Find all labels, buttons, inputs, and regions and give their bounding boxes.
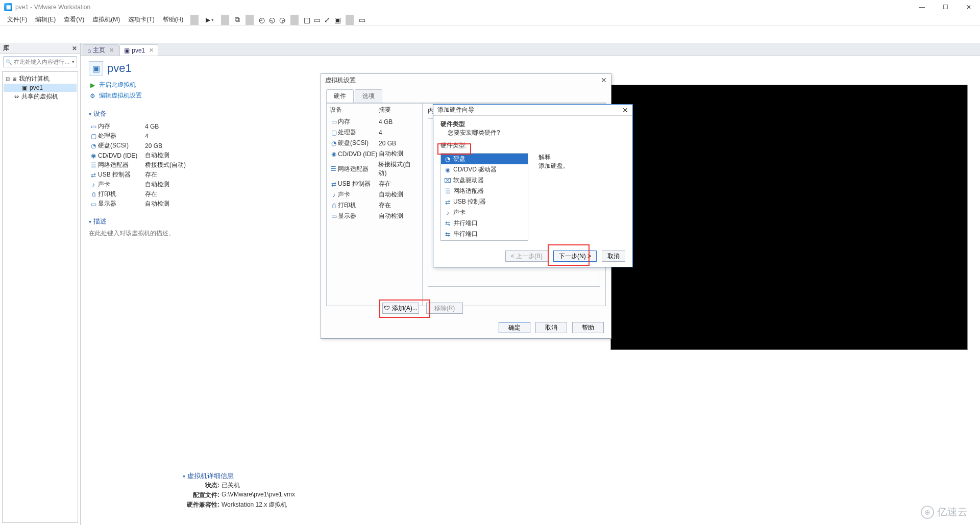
library-search[interactable]: 在此处键入内容进行… xyxy=(3,56,77,67)
dialog-close-icon[interactable]: ✕ xyxy=(601,76,607,84)
help-button[interactable]: 帮助 xyxy=(572,322,604,333)
gear-icon: ⚙ xyxy=(89,92,96,99)
separator xyxy=(221,15,229,25)
tab-pve1[interactable]: ▣ pve1 ✕ xyxy=(119,44,158,56)
wizard-back-button: < 上一步(B) xyxy=(505,251,548,262)
hardware-type-list[interactable]: ◔硬盘◉CD/DVD 驱动器⌧软盘驱动器☰网络适配器⇄USB 控制器♪声卡⇆并行… xyxy=(440,153,528,241)
view-single-icon[interactable]: ▭ xyxy=(312,15,322,25)
vm-icon: ▣ xyxy=(124,47,130,54)
thumbnail-icon[interactable]: ▭ xyxy=(357,15,367,25)
hardware-type-item[interactable]: ◔硬盘 xyxy=(441,154,528,164)
vm-large-icon: ▣ xyxy=(89,61,103,76)
vm-details: 虚拟机详细信息 状态:已关机 配置文件:G:\VMware\pve1\pve1.… xyxy=(183,471,295,510)
unity-icon[interactable]: ▣ xyxy=(332,15,342,25)
dialog-titlebar[interactable]: 虚拟机设置 ✕ xyxy=(321,74,611,86)
add-hardware-button[interactable]: 🛡 添加(A)... xyxy=(382,303,419,314)
menu-file[interactable]: 文件(F) xyxy=(3,14,31,25)
settings-device-row[interactable]: ⎙打印机存在 xyxy=(327,200,422,211)
wizard-subheading: 您要安装哪类硬件? xyxy=(448,129,500,136)
hw-type-icon: ⌧ xyxy=(444,177,451,184)
library-close-icon[interactable]: ✕ xyxy=(72,45,77,52)
wizard-titlebar[interactable]: 添加硬件向导 ✕ xyxy=(433,105,632,116)
hw-type-icon: ◔ xyxy=(444,156,451,163)
hardware-type-item[interactable]: ♪声卡 xyxy=(441,207,528,218)
app-icon: ▣ xyxy=(4,3,12,11)
search-placeholder: 在此处键入内容进行… xyxy=(14,58,70,66)
hw-type-icon: ☰ xyxy=(444,188,451,195)
maximize-button[interactable]: ☐ xyxy=(938,4,952,11)
close-button[interactable]: ✕ xyxy=(962,4,976,11)
settings-device-row[interactable]: ▭显示器自动检测 xyxy=(327,211,422,221)
fullscreen-icon[interactable]: ⤢ xyxy=(322,15,332,25)
settings-device-row[interactable]: ◔硬盘(SCSI)20 GB xyxy=(327,138,422,148)
play-icon: ▶ xyxy=(89,82,96,89)
separator xyxy=(190,15,199,25)
tab-home[interactable]: ⌂ 主页 ✕ xyxy=(83,44,118,56)
settings-tab-hardware[interactable]: 硬件 xyxy=(326,89,354,103)
details-header[interactable]: 虚拟机详细信息 xyxy=(183,471,295,481)
menu-view[interactable]: 查看(V) xyxy=(60,14,88,25)
settings-device-row[interactable]: ◉CD/DVD (IDE)自动检测 xyxy=(327,148,422,159)
menu-vm[interactable]: 虚拟机(M) xyxy=(88,14,124,25)
menubar: 文件(F) 编辑(E) 查看(V) 虚拟机(M) 选项卡(T) 帮助(H) ▶ … xyxy=(0,14,980,26)
snapshot-icon[interactable]: ⧉ xyxy=(232,15,242,25)
wizard-cancel-button[interactable]: 取消 xyxy=(602,251,625,262)
explain-text: 添加硬盘。 xyxy=(538,162,625,170)
wizard-list-label: 硬件类型: xyxy=(433,141,632,150)
tab-close-icon[interactable]: ✕ xyxy=(149,47,154,54)
view-split-icon[interactable]: ◫ xyxy=(302,15,312,25)
hardware-type-item[interactable]: ◉CD/DVD 驱动器 xyxy=(441,164,528,175)
separator xyxy=(290,15,299,25)
power-on-button[interactable]: ▶ xyxy=(202,15,218,24)
hardware-type-item[interactable]: ⇄USB 控制器 xyxy=(441,196,528,207)
wizard-next-button[interactable]: 下一步(N) > xyxy=(553,251,597,262)
tree-my-computer[interactable]: ⊟ 🖥 我的计算机 xyxy=(4,74,77,84)
watermark-icon: ⊕ xyxy=(921,506,934,519)
expand-icon[interactable]: ⊟ xyxy=(5,76,10,82)
wizard-close-icon[interactable]: ✕ xyxy=(622,106,628,114)
hardware-type-item[interactable]: ⇆并行端口 xyxy=(441,218,528,229)
menu-help[interactable]: 帮助(H) xyxy=(159,14,188,25)
window-title: pve1 - VMware Workstation xyxy=(15,4,90,11)
device-icon: ♪ xyxy=(330,191,338,198)
tree-item-pve1[interactable]: ▣ pve1 xyxy=(4,84,77,92)
clock2-icon[interactable]: ◵ xyxy=(267,15,277,25)
shared-icon: ⇔ xyxy=(13,93,20,100)
device-icon: ▢ xyxy=(89,133,98,140)
settings-device-row[interactable]: ♪声卡自动检测 xyxy=(327,189,422,200)
hardware-type-item[interactable]: ⌧软盘驱动器 xyxy=(441,175,528,186)
hardware-type-item[interactable]: ☰网络适配器 xyxy=(441,186,528,196)
tree-shared-vms[interactable]: ⇔ 共享的虚拟机 xyxy=(4,92,77,102)
watermark: ⊕ 亿速云 xyxy=(921,505,968,519)
hw-type-icon: ◉ xyxy=(444,166,451,173)
clock1-icon[interactable]: ◴ xyxy=(257,15,267,25)
hardware-type-item[interactable]: ⎙打印机 xyxy=(441,239,528,241)
home-icon: ⌂ xyxy=(87,47,91,54)
device-icon: ▢ xyxy=(330,129,338,136)
settings-device-row[interactable]: ▭内存4 GB xyxy=(327,116,422,127)
tab-close-icon[interactable]: ✕ xyxy=(109,47,114,54)
vm-icon: ▣ xyxy=(21,85,28,91)
wizard-heading: 硬件类型 xyxy=(440,120,465,128)
menu-edit[interactable]: 编辑(E) xyxy=(31,14,60,25)
settings-device-row[interactable]: ☰网络适配器桥接模式(自动) xyxy=(327,159,422,179)
hardware-type-item[interactable]: ⇆串行端口 xyxy=(441,229,528,239)
device-icon: ▭ xyxy=(89,201,98,208)
hw-type-icon: ♪ xyxy=(444,209,451,216)
cancel-button[interactable]: 取消 xyxy=(535,322,567,333)
tab-bar: ⌂ 主页 ✕ ▣ pve1 ✕ xyxy=(81,43,980,56)
hw-type-icon: ⇄ xyxy=(444,198,451,206)
library-tree: ⊟ 🖥 我的计算机 ▣ pve1 ⇔ 共享的虚拟机 xyxy=(2,71,78,523)
settings-device-row[interactable]: ⇄USB 控制器存在 xyxy=(327,179,422,189)
vm-preview-thumbnail[interactable] xyxy=(610,85,968,350)
settings-tab-options[interactable]: 选项 xyxy=(355,89,382,103)
ok-button[interactable]: 确定 xyxy=(499,322,530,333)
device-icon: ▭ xyxy=(330,118,338,126)
minimize-button[interactable]: — xyxy=(915,4,929,11)
device-icon: ⎙ xyxy=(89,191,98,198)
clock3-icon[interactable]: ◶ xyxy=(277,15,287,25)
device-icon: ⇄ xyxy=(89,171,98,179)
settings-device-row[interactable]: ▢处理器4 xyxy=(327,127,422,138)
library-panel: 库 ✕ 在此处键入内容进行… ⊟ 🖥 我的计算机 ▣ pve1 ⇔ 共享的虚拟机 xyxy=(0,43,81,525)
menu-tabs[interactable]: 选项卡(T) xyxy=(124,14,158,25)
